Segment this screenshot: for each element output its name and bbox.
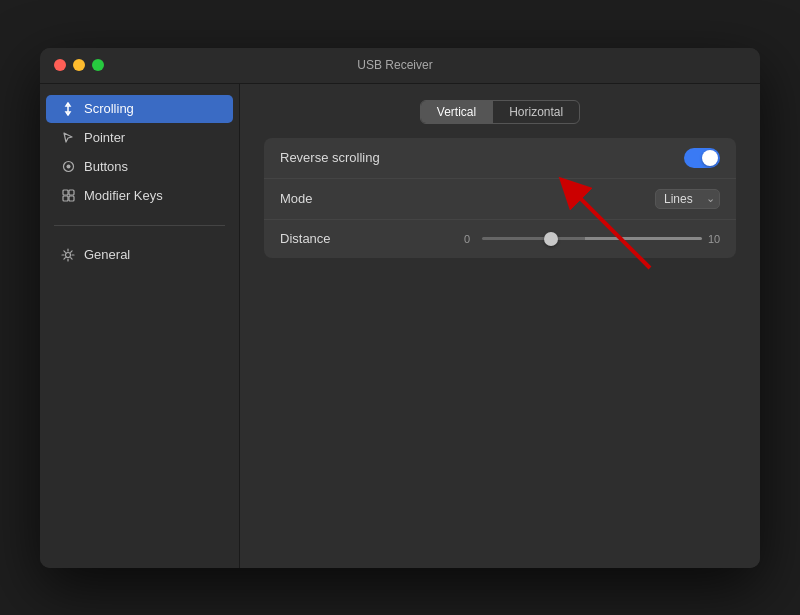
main-content: Vertical Horizontal Reverse scrolling Mo… <box>240 84 760 568</box>
app-window: USB Receiver Scrolling <box>40 48 760 568</box>
reverse-scrolling-control <box>684 148 720 168</box>
sidebar-item-modifier-keys-label: Modifier Keys <box>84 188 163 203</box>
window-title: USB Receiver <box>44 58 746 72</box>
sidebar-item-pointer[interactable]: Pointer <box>46 124 233 152</box>
sidebar-item-scrolling-label: Scrolling <box>84 101 134 116</box>
svg-rect-2 <box>63 190 68 195</box>
reverse-scrolling-label: Reverse scrolling <box>280 150 380 165</box>
tab-group: Vertical Horizontal <box>420 100 580 124</box>
buttons-icon <box>60 159 76 175</box>
gear-icon <box>60 247 76 263</box>
tab-horizontal[interactable]: Horizontal <box>492 101 579 123</box>
svg-rect-3 <box>69 190 74 195</box>
slider-max-label: 10 <box>708 233 720 245</box>
sidebar-item-pointer-label: Pointer <box>84 130 125 145</box>
sidebar-item-general[interactable]: General <box>46 241 233 269</box>
sidebar-item-modifier-keys[interactable]: Modifier Keys <box>46 182 233 210</box>
distance-label: Distance <box>280 231 331 246</box>
svg-rect-5 <box>69 196 74 201</box>
slider-min-label: 0 <box>464 233 476 245</box>
svg-point-1 <box>66 165 70 169</box>
reverse-scrolling-toggle[interactable] <box>684 148 720 168</box>
content-area: Scrolling Pointer <box>40 84 760 568</box>
sidebar-item-general-label: General <box>84 247 130 262</box>
settings-container: Reverse scrolling Mode Lines Pix <box>264 138 736 258</box>
distance-slider[interactable] <box>482 237 702 240</box>
sidebar-item-scrolling[interactable]: Scrolling <box>46 95 233 123</box>
svg-point-6 <box>66 252 71 257</box>
mode-label: Mode <box>280 191 313 206</box>
reverse-scrolling-row: Reverse scrolling <box>264 138 736 179</box>
scroll-icon <box>60 101 76 117</box>
mode-control: Lines Pixels Pages <box>655 189 720 209</box>
mode-dropdown-wrap: Lines Pixels Pages <box>655 189 720 209</box>
sidebar-item-buttons-label: Buttons <box>84 159 128 174</box>
title-bar: USB Receiver <box>40 48 760 84</box>
tab-vertical[interactable]: Vertical <box>421 101 492 123</box>
sidebar: Scrolling Pointer <box>40 84 240 568</box>
svg-rect-4 <box>63 196 68 201</box>
distance-row: Distance 0 10 <box>264 220 736 258</box>
sidebar-item-buttons[interactable]: Buttons <box>46 153 233 181</box>
distance-slider-wrap: 0 10 <box>464 233 720 245</box>
pointer-icon <box>60 130 76 146</box>
mode-row: Mode Lines Pixels Pages <box>264 179 736 220</box>
mode-dropdown[interactable]: Lines Pixels Pages <box>655 189 720 209</box>
modifier-icon <box>60 188 76 204</box>
